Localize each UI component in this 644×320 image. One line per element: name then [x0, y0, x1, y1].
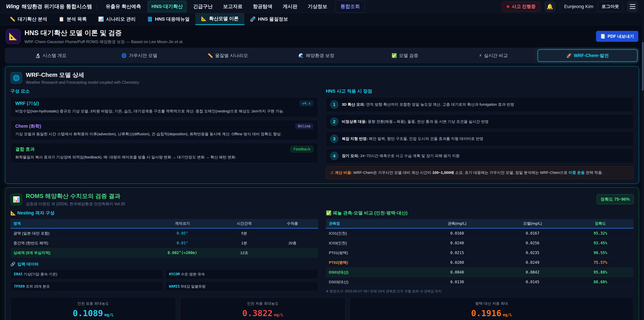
subtab-label: 대기확산 분석: [18, 16, 47, 22]
tab-substance-scenarios[interactable]: ✏️ 물질별 시나리오: [184, 49, 272, 62]
strength-desc: 해안 절벽, 항만 구조물, 인접 도시의 건물 효과를 지형 데이터로 반영: [368, 137, 483, 141]
nav-item-integrated-search[interactable]: 통합조회: [335, 0, 365, 13]
table-row[interactable]: 중간역 (한반도 해역) 0.01° 1분 20층: [10, 238, 318, 248]
strength-item-2: 2 비정상류 대응: 풍향 전환(해풍↔육풍), 돌풍, 전선 통과 등 시변 …: [326, 114, 634, 129]
col-header-timestep: 시간간격: [218, 221, 270, 226]
subtab-model-theory[interactable]: 📐 확산모델 이론: [196, 13, 244, 25]
online-badge: Online: [295, 123, 313, 129]
incident-status-badge[interactable]: 사고 진행중: [502, 1, 540, 12]
strength-desc: 연직 방향 확산까지 포함한 정밀 농도장 계산. 고층 대기로의 확산과 fu…: [365, 102, 514, 107]
site-cell: IC01(인천): [329, 231, 420, 236]
inputs-heading: 입력 데이터: [18, 261, 39, 267]
survey-footnote: ※ 현장조사: 2023.06.27~28 / 전체 10개 관측점 모두 모델…: [326, 289, 634, 293]
table-row[interactable]: 광역 (일본·대만 포함) 0.05° 5분: [10, 228, 318, 238]
nav-item-weather[interactable]: 기상정보: [304, 1, 331, 13]
menu-button[interactable]: [627, 1, 638, 12]
grid-cell: 0.05°: [146, 231, 219, 235]
tab-label: 해양환경 보정: [306, 53, 334, 59]
logout-button[interactable]: 로그아웃: [598, 1, 623, 12]
tab-system-overview[interactable]: 🔬 시스템 개요: [6, 49, 95, 62]
nav-item-board[interactable]: 게시판: [279, 1, 301, 13]
scrollbar-thumb[interactable]: [642, 42, 644, 91]
notifications-button[interactable]: 🔔: [544, 1, 555, 12]
accuracy-cell: 90.55%: [570, 250, 630, 255]
chip-hycom: HYCOM 수온·염분·유속: [166, 269, 318, 279]
table-row[interactable]: PT01(평택) 0.0215 0.0235 90.55%: [326, 248, 634, 258]
col-header-observed: 관측(mg/L): [420, 221, 495, 226]
stat-value: 0.1089: [73, 308, 103, 318]
dt-cell: 1분: [218, 240, 270, 246]
warning-icon: ⚠: [330, 170, 334, 175]
tab-model-validation[interactable]: ✅ 모델 검증: [360, 49, 449, 62]
subtab-analysis-list[interactable]: 📋 분석 목록: [53, 13, 92, 25]
stat-unit: mg/L: [274, 312, 283, 317]
incident-status-label: 사고 진행중: [512, 4, 536, 10]
chip-key: TPXO9: [14, 284, 25, 288]
pdf-export-button[interactable]: 📑 PDF 내보내기: [596, 31, 638, 42]
roms-panel-header: 📊 ROMS 해양확산 수치모의 검증 결과 김창경·이문진 외 (2024),…: [10, 192, 634, 207]
tab-realtime-comparison[interactable]: ⚡ 실시간 비교: [449, 49, 538, 62]
dt-cell: 5분: [218, 231, 270, 236]
chip-value: 수온·염분·유속: [180, 272, 205, 276]
subtab-scenario-management[interactable]: 📊 시나리오 관리: [92, 13, 141, 25]
chart-icon: 📊: [98, 17, 104, 22]
table-row-low-accuracy[interactable]: PT02(평택) 0.0200 0.0249 75.57%: [326, 258, 634, 267]
concentration-stats: 인천 표층 최대농도 0.1089mg/L 인천 저층 최대농도 0.3822m…: [10, 297, 634, 320]
nav-item-oil-spill[interactable]: 유출유 확산예측: [102, 1, 145, 13]
chip-era5: ERA5 기상(기압·풍속·기온): [10, 269, 163, 279]
note-text: 전략 적용.: [585, 170, 603, 175]
accuracy-cell: 95.88%: [570, 270, 630, 274]
incident-dot-icon: [507, 5, 509, 8]
site-cell: PT01(평택): [329, 250, 420, 255]
chip-key: HYCOM: [169, 272, 180, 276]
subtab-hns-substance-info[interactable]: 🧬 HNS 물질정보: [244, 13, 294, 25]
roms-panel-title: ROMS 해양확산 수치모의 검증 결과: [26, 192, 125, 200]
phenol-comparison-column: ✅ 페놀 관측-모델 비교 (인천·평택·대산) 관측점 관측(mg/L) 모델…: [326, 210, 634, 293]
nav-item-reports[interactable]: 보고자료: [219, 1, 246, 13]
page-header: 📐 HNS 대기확산 모델 이론 및 검증 WRF-Chem·Gaussian …: [0, 25, 644, 47]
divider: [97, 3, 97, 10]
nav-item-emergency[interactable]: 긴급구난: [189, 1, 217, 13]
tab-label: 시스템 개요: [42, 53, 66, 59]
area-cell: 광역 (일본·대만 포함): [14, 231, 146, 236]
user-name: Eunjeong Kim: [564, 4, 593, 9]
scrollbar-track[interactable]: [642, 0, 644, 320]
obs-cell: 0.0200: [420, 260, 495, 265]
tab-wrf-chem-future[interactable]: 🚀 WRF-Chem·발전: [538, 49, 638, 62]
wrf-panel-title: WRF-Chem 모델 상세: [26, 71, 139, 79]
table-row[interactable]: IC01(인천) 0.0160 0.0167 95.32%: [326, 228, 634, 238]
wave-icon: 🌊: [298, 53, 304, 58]
tab-gaussian-model[interactable]: 🌀 가우시안 모델: [95, 49, 184, 62]
table-row[interactable]: IC03(인천) 0.0240 0.0256 93.45%: [326, 238, 634, 248]
table-row-best-accuracy[interactable]: DS01(대산) 0.0840 0.0842 95.88%: [326, 267, 634, 277]
subtab-label: 시나리오 관리: [106, 16, 136, 22]
table-row-highlighted[interactable]: 상세역 (5개 우심지역) 0.002°(≈200m) 12초: [10, 248, 318, 258]
note-bold: 100~1,000배: [432, 170, 454, 175]
feedback-badge: Feedback: [291, 146, 313, 152]
subtab-dispersion-analysis[interactable]: ✏️ 대기확산 분석: [4, 13, 53, 25]
topbar: Wing 해양환경 위기대응 통합시스템 유출유 확산예측 HNS·대기확산 긴…: [0, 0, 644, 13]
model-cell: 0.0167: [495, 231, 570, 235]
tab-label: 모델 검증: [399, 53, 418, 59]
tab-ocean-correction[interactable]: 🌊 해양환경 보정: [272, 49, 360, 62]
page: { "colors": { "accent_cyan": "#22d3ee", …: [0, 0, 644, 320]
number-badge: 1: [330, 100, 338, 109]
triangle-ruler-icon: 📐: [6, 29, 20, 44]
phenol-heading: 페놀 관측-모델 비교 (인천·평택·대산): [333, 210, 407, 215]
pdf-export-label: PDF 내보내기: [608, 34, 634, 39]
component-card-chem: Chem (화학) Online 기상 모델과 동일한 시간 스텝에서 화학종의…: [10, 120, 318, 140]
subtab-hns-manual[interactable]: 📘 HNS 대응매뉴얼: [141, 13, 196, 25]
components-heading: 구성 요소: [10, 88, 318, 94]
table-row[interactable]: DS03(대산) 0.0130 0.0145 88.68%: [326, 277, 634, 287]
strength-desc: 24~72시간 예측으로 사고 수습 계획 및 장기 피해 평가 지원: [359, 154, 460, 158]
col-header-layers: 수직층: [270, 221, 315, 226]
model-cell: 0.0256: [495, 241, 570, 245]
grid-cell: 0.002°(≈200m): [146, 250, 219, 255]
version-badge: v4.x: [299, 100, 313, 106]
link-icon: 🔗: [10, 262, 16, 266]
nav-item-aerial-search[interactable]: 항공탐색: [249, 1, 276, 13]
nav-item-hns-dispersion[interactable]: HNS·대기확산: [148, 1, 187, 13]
strength-item-1: 1 3D 확산 모의: 연직 방향 확산까지 포함한 정밀 농도장 계산. 고층…: [326, 97, 634, 112]
accuracy-badge: 정확도 75~96%: [597, 194, 634, 204]
bell-icon: 🔔: [546, 3, 553, 10]
